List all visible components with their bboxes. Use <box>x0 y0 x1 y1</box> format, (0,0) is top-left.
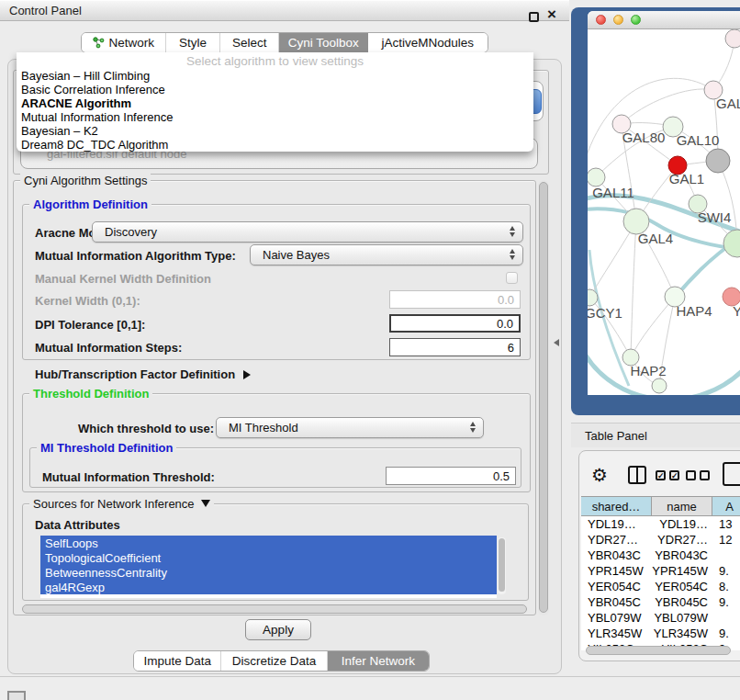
settings-vertical-scrollbar[interactable] <box>538 180 549 615</box>
panel-divider-arrow[interactable] <box>554 339 559 346</box>
sources-title: Sources for Network Inference <box>33 497 195 511</box>
apply-button[interactable]: Apply <box>245 619 311 640</box>
control-panel-title: Control Panel <box>9 4 82 17</box>
tab-discretize-data[interactable]: Discretize Data <box>221 651 327 671</box>
unchecked-checkbox-icon[interactable] <box>700 470 710 480</box>
hub-definition-toggle[interactable]: Hub/Transcription Factor Definition <box>35 367 251 381</box>
dropdown-item[interactable]: Bayesian – Hill Climbing <box>17 69 533 83</box>
tab-network[interactable]: Network <box>82 33 166 52</box>
aracne-mode-value: Discovery <box>105 225 157 239</box>
tab-style[interactable]: Style <box>166 33 221 52</box>
algorithm-dropdown-popup: Select algorithm to view settings Bayesi… <box>17 52 533 152</box>
table-panel-titlebar: Table Panel <box>571 423 740 447</box>
settings-horizontal-scrollbar[interactable] <box>18 604 533 615</box>
table-row[interactable]: YDR27…YDR27…12 <box>581 532 740 548</box>
table-row[interactable]: YER054CYER054C8. <box>581 579 740 594</box>
network-canvas[interactable]: GAL GAL80 GAL10 GAL1 GAL11 SWI4 GAL4 GCY… <box>588 29 740 395</box>
expanded-arrow-icon <box>201 500 210 507</box>
mi-threshold-value: 0.5 <box>493 469 510 483</box>
apply-button-label: Apply <box>263 623 294 637</box>
which-threshold-value: MI Threshold <box>229 421 298 435</box>
table-header: shared… name A <box>581 496 740 516</box>
dropdown-placeholder: Select algorithm to view settings <box>17 52 533 69</box>
table-row[interactable]: YDL19…YDL19…13 <box>581 516 740 532</box>
column-header-shared[interactable]: shared… <box>581 496 652 516</box>
manual-kernel-checkbox[interactable] <box>506 272 518 284</box>
table-row[interactable]: YBR043CYBR043C <box>581 548 740 563</box>
kernel-width-input[interactable]: 0.0 <box>389 290 521 309</box>
control-panel-titlebar: Control Panel <box>0 0 569 21</box>
node-bottom-clipped[interactable] <box>652 378 667 393</box>
list-item[interactable]: TopologicalCoefficient <box>40 550 497 565</box>
tab-cyni-toolbox[interactable]: Cyni Toolbox <box>279 33 368 52</box>
table-row[interactable]: YLR345WYLR345W9. <box>581 626 740 641</box>
float-window-icon[interactable] <box>529 12 539 22</box>
table-horizontal-scrollbar[interactable] <box>582 645 740 656</box>
sources-toggle[interactable]: Sources for Network Inference <box>29 497 214 511</box>
node-label-gal1: GAL1 <box>669 171 704 186</box>
close-traffic-light-icon[interactable] <box>596 15 606 25</box>
mi-threshold-label: Mutual Information Threshold: <box>42 470 215 484</box>
node-label-gal10: GAL10 <box>677 132 720 148</box>
mi-type-select[interactable]: Naive Bayes <box>250 244 523 265</box>
columns-icon[interactable] <box>628 466 646 484</box>
threshold-definition-title: Threshold Definition <box>29 387 152 401</box>
tab-infer-network-label: Infer Network <box>342 654 415 668</box>
dpi-tolerance-input[interactable]: 0.0 <box>389 314 521 333</box>
table-row[interactable]: YBL079WYBL079W <box>581 610 740 626</box>
unchecked-checkbox-icon[interactable] <box>686 470 696 480</box>
gear-icon[interactable]: ⚙ <box>591 463 608 487</box>
combo-arrows-icon <box>510 249 515 260</box>
dropdown-item[interactable]: Mutual Information Inference <box>17 110 533 124</box>
minimize-traffic-light-icon[interactable] <box>613 15 623 25</box>
algorithm-definition-title: Algorithm Definition <box>29 198 151 211</box>
clipped-panel-icon[interactable] <box>7 691 26 700</box>
close-icon[interactable]: × <box>544 6 559 24</box>
table-row[interactable]: YBR045CYBR045C9. <box>581 594 740 610</box>
zoom-traffic-light-icon[interactable] <box>631 15 641 25</box>
aracne-mode-select[interactable]: Discovery <box>92 221 523 243</box>
column-header-name[interactable]: name <box>652 496 712 516</box>
tab-select[interactable]: Select <box>220 33 279 52</box>
node-right-clipped[interactable] <box>723 230 740 257</box>
column-header-shared-label: shared… <box>592 500 641 514</box>
tab-impute-data[interactable]: Impute Data <box>134 651 221 671</box>
node-label-hap2: HAP2 <box>630 363 666 378</box>
dpi-tolerance-value: 0.0 <box>497 317 513 331</box>
dropdown-item[interactable]: Dream8 DC_TDC Algorithm <box>17 138 533 152</box>
checked-checkbox-icon[interactable]: ✓ <box>656 470 666 480</box>
data-attributes-list: SelfLoops TopologicalCoefficient Between… <box>40 536 497 598</box>
tab-jactivemnodules[interactable]: jActiveMNodules <box>368 33 488 52</box>
tab-infer-network[interactable]: Infer Network <box>328 651 429 671</box>
list-item[interactable]: gal4RGexp <box>40 580 497 594</box>
which-threshold-select[interactable]: MI Threshold <box>216 417 484 438</box>
mi-steps-input[interactable]: 6 <box>389 338 521 356</box>
node-label-gal80: GAL80 <box>622 130 666 145</box>
dropdown-item[interactable]: Bayesian – K2 <box>17 124 533 138</box>
mi-threshold-input[interactable]: 0.5 <box>386 467 516 485</box>
bottom-tabbar: Impute Data Discretize Data Infer Networ… <box>133 650 430 672</box>
mi-threshold-group-title: MI Threshold Definition <box>37 441 176 455</box>
list-item[interactable]: SelfLoops <box>40 536 497 550</box>
node-label-swi4: SWI4 <box>698 209 732 225</box>
table-body: YDL19…YDL19…13 YDR27…YDR27…12 YBR043CYBR… <box>581 516 740 650</box>
tab-style-label: Style <box>179 36 207 50</box>
tab-discretize-data-label: Discretize Data <box>232 654 317 668</box>
attributes-vertical-scrollbar[interactable] <box>498 537 506 594</box>
document-icon[interactable] <box>723 462 740 486</box>
tab-impute-data-label: Impute Data <box>143 654 211 668</box>
collapsed-arrow-icon <box>243 370 251 379</box>
column-header-clipped[interactable]: A <box>712 496 740 516</box>
node-gal11[interactable] <box>588 168 605 186</box>
tab-select-label: Select <box>232 36 267 50</box>
manual-kernel-label: Manual Kernel Width Definition <box>35 272 211 286</box>
checked-checkbox-icon[interactable]: ✓ <box>669 470 679 480</box>
list-item[interactable]: BetweennessCentrality <box>40 565 497 580</box>
mi-steps-label: Mutual Information Steps: <box>35 341 182 355</box>
table-row[interactable]: YPR145WYPR145W9. <box>581 563 740 579</box>
dropdown-item[interactable]: Basic Correlation Inference <box>17 83 533 96</box>
node-unlabeled-gray[interactable] <box>706 149 730 173</box>
node-top-clipped[interactable] <box>725 29 740 48</box>
dropdown-item-selected[interactable]: ARACNE Algorithm <box>17 96 533 110</box>
control-panel-tabbar: Network Style Select Cyni Toolbox jActiv… <box>81 32 488 53</box>
